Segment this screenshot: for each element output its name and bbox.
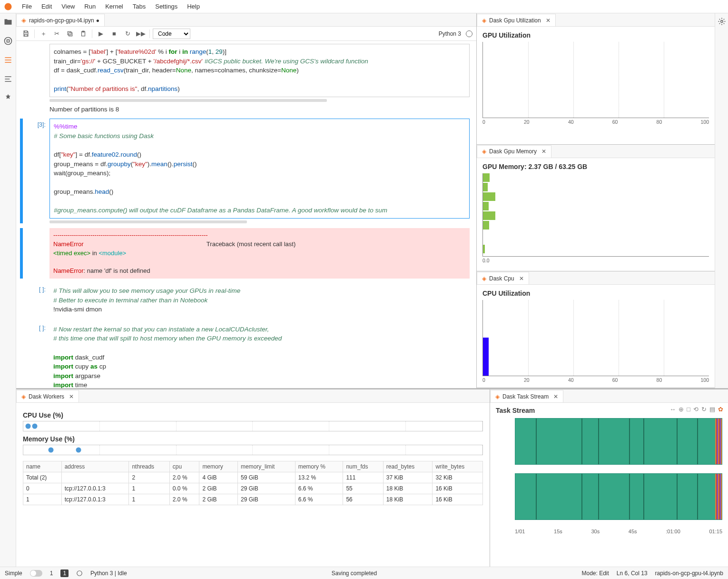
- pan-icon[interactable]: ↔: [669, 406, 676, 413]
- refresh-icon[interactable]: ↻: [701, 406, 707, 413]
- statusbar: Simple 1 1 Python 3 | Idle Saving comple…: [0, 567, 728, 579]
- running-icon[interactable]: [3, 36, 13, 46]
- svg-point-7: [720, 20, 723, 23]
- taskstream-lane: [515, 473, 722, 520]
- table-header: address: [61, 461, 129, 472]
- kernel-sessions-icon[interactable]: [76, 570, 83, 577]
- dirty-indicator: ●: [96, 17, 99, 24]
- code-input[interactable]: # This will allow you to see memory usag…: [49, 283, 470, 317]
- svg-rect-3: [69, 32, 72, 36]
- menu-settings[interactable]: Settings: [150, 1, 182, 11]
- table-row: 0tcp://127.0.0.1:310.0 %2 GiB29 GiB6.6 %…: [23, 483, 483, 494]
- cell-prompt: [24, 44, 49, 114]
- menu-tabs[interactable]: Tabs: [128, 1, 150, 11]
- cell-prompt: [ ]:: [24, 322, 49, 388]
- svg-point-0: [5, 3, 12, 10]
- close-icon[interactable]: ✕: [69, 393, 74, 400]
- cell-type-select[interactable]: Code: [153, 29, 190, 39]
- close-icon[interactable]: ✕: [553, 393, 558, 400]
- menu-view[interactable]: View: [57, 1, 79, 11]
- table-header: memory: [199, 461, 238, 472]
- run-all-button[interactable]: ▶▶: [135, 28, 147, 40]
- status-cursor: Ln 6, Col 13: [617, 570, 648, 577]
- menu-help[interactable]: Help: [182, 1, 205, 11]
- notebook-tabbar: ◈ rapids-on-gcp-gpu-t4.ipyn ●: [16, 13, 476, 27]
- status-kernels[interactable]: 1: [60, 569, 69, 577]
- bokeh-toolbar[interactable]: ↔ ⊕ □ ⟲ ↻ ▤ ✿: [669, 406, 723, 413]
- save-icon[interactable]: ▤: [709, 406, 715, 413]
- right-sidebar: [715, 13, 728, 388]
- cell-output: Number of partitions is 8: [49, 102, 470, 114]
- cut-button[interactable]: ✂: [51, 28, 62, 40]
- wheel-zoom-icon[interactable]: ⊕: [679, 406, 684, 413]
- workers-table: nameaddressnthreadscpumemorymemory_limit…: [23, 461, 483, 505]
- status-filename: rapids-on-gcp-gpu-t4.ipynb: [655, 570, 723, 577]
- tab-cpu[interactable]: ◈Dask Cpu✕: [477, 272, 529, 284]
- folder-icon[interactable]: [3, 17, 13, 27]
- dask-icon: ◈: [482, 148, 486, 155]
- paste-button[interactable]: [78, 28, 89, 40]
- close-icon[interactable]: ✕: [541, 148, 546, 155]
- reset-icon[interactable]: ⟲: [693, 406, 698, 413]
- table-header: read_bytes: [383, 461, 433, 472]
- code-input[interactable]: # Now restart the kernal so that you can…: [49, 322, 470, 388]
- run-button[interactable]: ▶: [95, 28, 107, 40]
- commands-icon[interactable]: [3, 55, 13, 65]
- table-row: Total (2)22.0 %4 GiB59 GiB13.2 %11137 Ki…: [23, 472, 483, 483]
- dask-icon: ◈: [482, 275, 486, 282]
- restart-button[interactable]: ↻: [122, 28, 133, 40]
- close-icon[interactable]: ✕: [546, 17, 551, 24]
- bokeh-logo-icon: ✿: [718, 406, 723, 413]
- close-icon[interactable]: ✕: [519, 275, 524, 282]
- table-header: nthreads: [129, 461, 169, 472]
- left-sidebar: [0, 13, 16, 567]
- cell-prompt: [ ]:: [24, 283, 49, 317]
- menu-edit[interactable]: Edit: [37, 1, 57, 11]
- notebook-body[interactable]: colnames = ['label'] + ['feature%02d' % …: [16, 41, 476, 388]
- dask-icon: ◈: [21, 393, 26, 400]
- table-header: num_fds: [343, 461, 383, 472]
- tab-taskstream[interactable]: ◈Dask Task Stream✕: [490, 390, 563, 402]
- menubar: File Edit View Run Kernel Tabs Settings …: [0, 0, 728, 13]
- kernel-name-label[interactable]: Python 3: [439, 30, 461, 37]
- gpu-util-chart: [482, 42, 709, 118]
- status-kernel-label[interactable]: Python 3 | Idle: [90, 570, 127, 577]
- add-cell-button[interactable]: ＋: [38, 28, 49, 40]
- table-header: write_bytes: [433, 461, 483, 472]
- table-header: name: [23, 461, 62, 472]
- save-button[interactable]: [20, 28, 31, 40]
- menu-run[interactable]: Run: [79, 1, 100, 11]
- table-header: memory %: [295, 461, 343, 472]
- status-terminals[interactable]: 1: [50, 570, 53, 577]
- mem-use-title: Memory Use (%): [23, 435, 483, 443]
- taskstream-lane: [515, 418, 722, 465]
- panel-title: GPU Utilization: [482, 31, 709, 39]
- stop-button[interactable]: ■: [108, 28, 120, 40]
- tab-gpu-mem[interactable]: ◈Dask Gpu Memory✕: [477, 145, 551, 158]
- status-simple[interactable]: Simple: [5, 570, 22, 577]
- panel-title: CPU Utilization: [482, 290, 709, 297]
- table-header: memory_limit: [238, 461, 295, 472]
- status-saving: Saving completed: [332, 570, 377, 577]
- panel-title: GPU Memory: 2.37 GB / 63.25 GB: [482, 163, 709, 170]
- notebook-tab[interactable]: ◈ rapids-on-gcp-gpu-t4.ipyn ●: [16, 14, 105, 26]
- menu-kernel[interactable]: Kernel: [100, 1, 128, 11]
- cpu-use-title: CPU Use (%): [23, 411, 483, 419]
- svg-rect-4: [68, 31, 71, 35]
- toc-icon[interactable]: [3, 74, 13, 84]
- code-input[interactable]: colnames = ['label'] + ['feature%02d' % …: [49, 44, 470, 97]
- cpu-chart: [482, 300, 709, 376]
- svg-point-8: [77, 570, 82, 576]
- simple-toggle[interactable]: [30, 570, 42, 577]
- code-input[interactable]: %%time # Some basic functions using Dask…: [49, 119, 470, 219]
- box-zoom-icon[interactable]: □: [687, 406, 690, 413]
- tab-gpu-util[interactable]: ◈Dask Gpu Utilization✕: [477, 14, 556, 26]
- table-header: cpu: [169, 461, 199, 472]
- toolbar: ＋ ✂ ▶ ■ ↻ ▶▶ Code Python 3: [16, 27, 476, 41]
- tab-workers[interactable]: ◈Dask Workers✕: [16, 390, 79, 402]
- kernel-status-icon[interactable]: [466, 30, 472, 37]
- property-inspector-icon[interactable]: [718, 17, 726, 26]
- extensions-icon[interactable]: [3, 93, 13, 103]
- menu-file[interactable]: File: [17, 1, 37, 11]
- copy-button[interactable]: [64, 28, 76, 40]
